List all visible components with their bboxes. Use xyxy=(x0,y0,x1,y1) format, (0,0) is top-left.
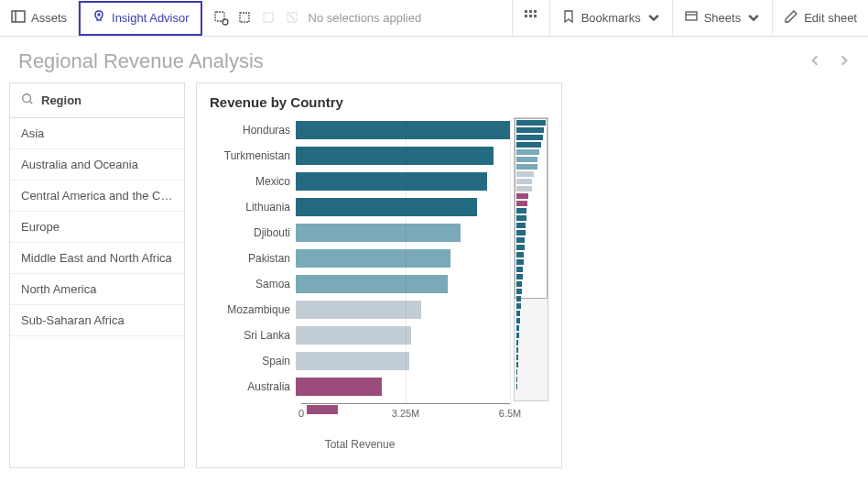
svg-rect-9 xyxy=(525,10,527,13)
bar-label: Lithuania xyxy=(210,201,296,214)
bar[interactable] xyxy=(296,198,477,216)
bar[interactable] xyxy=(296,249,450,268)
bar[interactable] xyxy=(296,275,448,293)
svg-line-18 xyxy=(30,102,33,104)
minimap-bar xyxy=(516,149,539,155)
bar-row[interactable]: Australia xyxy=(210,374,510,400)
minimap-bar xyxy=(516,325,519,331)
bar[interactable] xyxy=(296,326,411,345)
bar-label: Mexico xyxy=(210,175,296,188)
minimap-bar xyxy=(516,311,520,316)
filter-item[interactable]: North America xyxy=(10,274,184,305)
bar-label: Spain xyxy=(210,355,296,367)
bar[interactable] xyxy=(296,121,510,139)
bar-row[interactable]: Lithuania xyxy=(210,194,510,220)
page-title: Regional Revenue Analysis xyxy=(18,49,264,73)
bar-label: Honduras xyxy=(210,124,296,137)
selections-tool-button[interactable] xyxy=(512,0,549,36)
svg-point-4 xyxy=(222,19,228,25)
bar-row[interactable]: Mexico xyxy=(210,169,510,194)
filter-item[interactable]: Australia and Oceania xyxy=(10,149,184,181)
prev-sheet-button[interactable] xyxy=(809,55,820,69)
filter-title: Region xyxy=(41,93,81,107)
filter-item[interactable]: Europe xyxy=(10,212,184,243)
filter-item[interactable]: Asia xyxy=(10,118,184,149)
minimap-bar xyxy=(516,193,528,199)
minimap-bar xyxy=(516,230,526,236)
minimap-bar xyxy=(516,259,524,265)
minimap-bar xyxy=(516,215,526,221)
step-back-icon[interactable] xyxy=(237,10,254,27)
bookmarks-button[interactable]: Bookmarks xyxy=(549,0,673,36)
minimap-bar xyxy=(516,237,525,243)
minimap-bar xyxy=(516,245,525,250)
bar-row[interactable]: Sri Lanka xyxy=(210,323,510,348)
minimap-bar xyxy=(516,120,546,126)
svg-rect-12 xyxy=(529,15,532,17)
top-toolbar: Assets Insight Advisor No selections app… xyxy=(0,0,868,37)
sheets-button[interactable]: Sheets xyxy=(673,0,773,36)
bar[interactable] xyxy=(296,378,382,396)
svg-line-8 xyxy=(289,15,295,20)
pencil-icon xyxy=(784,9,798,27)
svg-rect-11 xyxy=(525,15,527,17)
minimap-bar xyxy=(516,135,543,140)
minimap-bar xyxy=(516,369,517,375)
minimap-bar xyxy=(516,289,522,294)
bar-row[interactable]: Mozambique xyxy=(210,297,510,323)
filter-pane-region[interactable]: Region AsiaAustralia and OceaniaCentral … xyxy=(9,82,185,468)
grid-icon xyxy=(524,9,538,27)
minimap-bar xyxy=(516,355,518,360)
x-axis: 03.25M6.5M xyxy=(301,403,510,431)
minimap-bar xyxy=(516,164,537,170)
bar-row[interactable]: Djibouti xyxy=(210,220,510,246)
filter-item[interactable]: Central America and the Cari… xyxy=(10,181,184,212)
minimap-bar xyxy=(516,179,532,184)
svg-rect-15 xyxy=(686,12,697,20)
minimap-bar xyxy=(516,267,523,272)
minimap-bar xyxy=(516,186,532,192)
svg-point-2 xyxy=(98,14,100,16)
minimap-bar xyxy=(516,303,521,309)
bar[interactable] xyxy=(296,301,421,319)
minimap-bar xyxy=(516,377,517,382)
sheets-label: Sheets xyxy=(704,11,741,25)
sheets-icon xyxy=(684,9,699,27)
filter-item[interactable]: Sub-Saharan Africa xyxy=(10,305,184,336)
bar-row[interactable]: Spain xyxy=(210,348,510,374)
no-selections-text: No selections applied xyxy=(309,11,422,25)
bar[interactable] xyxy=(296,352,409,370)
svg-point-17 xyxy=(23,94,31,103)
clear-selections-icon xyxy=(285,10,301,27)
chevron-down-icon xyxy=(646,11,661,26)
next-sheet-button[interactable] xyxy=(839,55,850,69)
minimap-bar xyxy=(516,223,526,228)
filter-header[interactable]: Region xyxy=(10,83,184,118)
smart-select-icon[interactable] xyxy=(213,10,230,27)
bar[interactable] xyxy=(296,224,461,242)
insight-advisor-button[interactable]: Insight Advisor xyxy=(79,1,202,36)
svg-rect-13 xyxy=(534,15,537,17)
edit-sheet-button[interactable]: Edit sheet xyxy=(773,0,868,36)
chart-minimap[interactable] xyxy=(514,117,548,401)
bar-label: Pakistan xyxy=(210,252,296,265)
filter-item[interactable]: Middle East and North Africa xyxy=(10,243,184,274)
bar-row[interactable]: Turkmenistan xyxy=(210,143,510,169)
minimap-bar xyxy=(516,208,526,214)
bar-row[interactable]: Samoa xyxy=(210,271,510,297)
bar-row[interactable]: Pakistan xyxy=(210,246,510,271)
step-forward-icon xyxy=(261,10,277,27)
bar-label: Sri Lanka xyxy=(210,329,296,342)
bar[interactable] xyxy=(296,172,487,191)
bookmarks-label: Bookmarks xyxy=(581,11,641,25)
page-header: Regional Revenue Analysis xyxy=(0,37,868,82)
chart-revenue-by-country[interactable]: Revenue by Country HondurasTurkmenistanM… xyxy=(196,82,562,468)
bar-row[interactable]: Honduras xyxy=(210,117,510,143)
assets-button[interactable]: Assets xyxy=(0,0,79,36)
bar-label: Samoa xyxy=(210,278,296,290)
minimap-bar xyxy=(516,333,519,338)
panel-icon xyxy=(11,9,26,27)
bar-label: Australia xyxy=(210,380,296,393)
bar[interactable] xyxy=(296,147,494,165)
svg-rect-5 xyxy=(240,13,249,22)
